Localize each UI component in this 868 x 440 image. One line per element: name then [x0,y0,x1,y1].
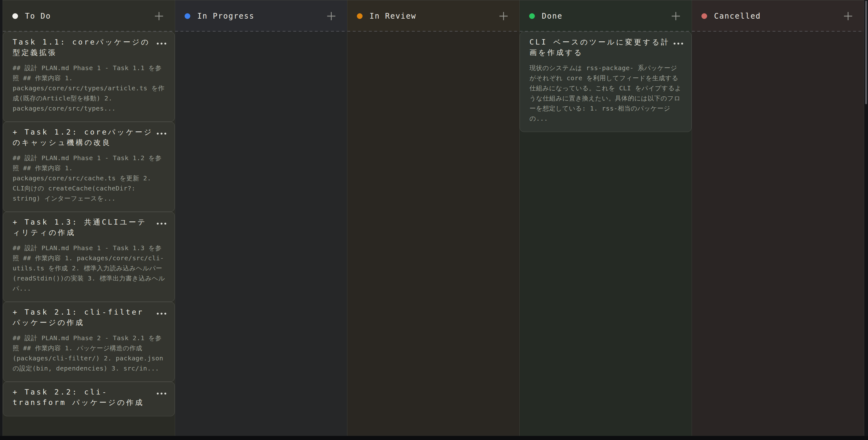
column-title: To Do [25,12,51,21]
task-description: ## 設計 PLAN.md Phase 1 - Task 1.2 を参照 ## … [13,153,167,203]
status-dot-icon [529,13,535,19]
task-card[interactable]: CLI ベースのツールに変更する計画を作成する 現状のシステムは rss-pac… [520,32,692,132]
task-card[interactable]: Task 1.1: coreパッケージの型定義拡張 ## 設計 PLAN.md … [3,32,175,122]
column-cancelled: Cancelled [692,0,864,436]
plus-icon [843,11,854,22]
dot-icon [157,223,159,225]
column-title: In Review [370,12,416,21]
card-menu-button[interactable] [156,131,167,136]
kanban-board: To Do Task 1.1: coreパッケージの型定義拡張 ## 設計 PL… [3,0,864,436]
column-title: Done [542,12,563,21]
column-header: In Progress [175,0,347,32]
task-description: ## 設計 PLAN.md Phase 1 - Task 1.3 を参照 ## … [13,243,167,294]
add-task-button[interactable] [670,10,682,23]
card-menu-button[interactable] [156,222,167,226]
column-title: Cancelled [714,12,761,21]
column-card-list [692,32,864,436]
dot-icon [164,43,166,44]
task-title: Task 1.1: coreパッケージの型定義拡張 [13,37,154,58]
task-description: ## 設計 PLAN.md Phase 2 - Task 2.1 を参照 ## … [13,333,167,373]
dot-icon [164,133,166,135]
column-card-list [347,32,519,436]
dot-icon [161,313,162,315]
dot-icon [164,393,166,395]
dot-icon [161,223,162,225]
task-card[interactable]: + Task 1.2: coreパッケージのキャッシュ機構の改良 ## 設計 P… [3,122,175,212]
task-card-header: + Task 2.1: cli-filter パッケージの作成 [13,307,167,328]
column-card-list: Task 1.1: coreパッケージの型定義拡張 ## 設計 PLAN.md … [3,32,175,436]
task-title: CLI ベースのツールに変更する計画を作成する [529,37,671,58]
column-done: Done CLI ベースのツールに変更する計画を作成する 現状のシステムは rs… [519,0,692,436]
task-card-header: + Task 1.2: coreパッケージのキャッシュ機構の改良 [13,127,167,148]
task-card[interactable]: + Task 1.3: 共通CLIユーティリティの作成 ## 設計 PLAN.m… [3,212,175,302]
task-description: ## 設計 PLAN.md Phase 1 - Task 1.1 を参照 ## … [13,63,167,113]
plus-icon [671,11,681,22]
scrollbar-thumb[interactable] [865,1,867,104]
column-in-progress: In Progress [175,0,347,436]
left-window-edge [0,0,3,436]
status-dot-icon [185,13,190,19]
dot-icon [157,393,159,395]
task-card[interactable]: + Task 2.2: cli-transform パッケージの作成 [3,381,175,416]
column-header: To Do [3,0,175,32]
dot-icon [161,133,162,135]
dot-icon [674,43,676,44]
status-dot-icon [12,13,18,19]
column-header: Cancelled [692,0,864,32]
plus-icon [154,11,164,22]
column-header: Done [520,0,692,32]
bottom-window-edge [0,436,868,440]
status-dot-icon [702,13,707,19]
task-title: + Task 2.1: cli-filter パッケージの作成 [13,307,154,328]
scrollbar-track[interactable] [864,0,868,436]
column-header: In Review [347,0,519,32]
dot-icon [161,393,162,395]
add-task-button[interactable] [842,10,855,23]
card-menu-button[interactable] [156,41,167,46]
card-menu-button[interactable] [156,311,167,316]
plus-icon [498,11,509,22]
dot-icon [164,313,166,315]
column-card-list: CLI ベースのツールに変更する計画を作成する 現状のシステムは rss-pac… [520,32,692,436]
add-task-button[interactable] [325,10,338,23]
app-screen: To Do Task 1.1: coreパッケージの型定義拡張 ## 設計 PL… [0,0,868,440]
task-card-header: Task 1.1: coreパッケージの型定義拡張 [13,37,167,58]
plus-icon [326,11,337,22]
dot-icon [681,43,683,44]
task-description: 現状のシステムは rss-package- 系パッケージがそれぞれ core を… [529,63,684,124]
card-menu-button[interactable] [156,392,167,396]
column-in-review: In Review [347,0,520,436]
task-card-header: + Task 1.3: 共通CLIユーティリティの作成 [13,217,167,238]
column-title: In Progress [197,12,254,21]
task-card-header: CLI ベースのツールに変更する計画を作成する [529,37,684,58]
add-task-button[interactable] [497,10,510,23]
task-card[interactable]: + Task 2.1: cli-filter パッケージの作成 ## 設計 PL… [3,302,175,382]
add-task-button[interactable] [153,10,165,23]
dot-icon [164,223,166,225]
card-menu-button[interactable] [673,41,684,46]
task-title: + Task 1.2: coreパッケージのキャッシュ機構の改良 [13,127,154,148]
task-title: + Task 1.3: 共通CLIユーティリティの作成 [13,217,154,238]
task-card-header: + Task 2.2: cli-transform パッケージの作成 [13,387,167,408]
dot-icon [157,133,159,135]
task-title: + Task 2.2: cli-transform パッケージの作成 [13,387,154,408]
column-todo: To Do Task 1.1: coreパッケージの型定義拡張 ## 設計 PL… [3,0,175,436]
dot-icon [161,43,162,44]
dot-icon [157,313,159,315]
status-dot-icon [357,13,363,19]
column-card-list [175,32,347,436]
dot-icon [677,43,679,44]
dot-icon [157,43,159,44]
